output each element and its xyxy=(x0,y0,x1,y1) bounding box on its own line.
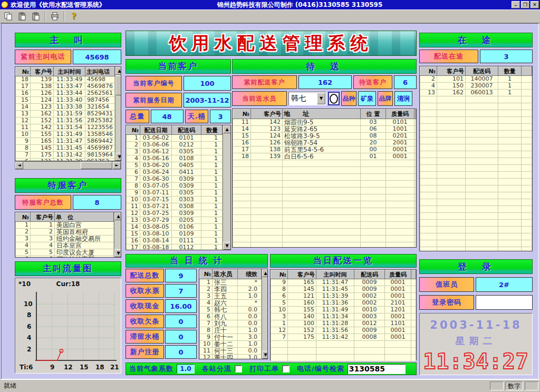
column-header[interactable]: 客户号 xyxy=(437,67,466,76)
station-split-checkbox[interactable] xyxy=(235,365,242,373)
scroll-right-button[interactable] xyxy=(113,162,121,169)
table-row[interactable]: 33纽约金融交易所 xyxy=(16,236,114,242)
table-row[interactable]: 15124松坡路3-9-5080201 xyxy=(233,133,416,140)
scroll-thumb[interactable] xyxy=(115,75,121,95)
minimize-button[interactable] xyxy=(512,1,520,8)
table-row[interactable]: 903-07-1103051 xyxy=(127,190,223,197)
table-row[interactable]: 6佟八0.0 xyxy=(200,313,262,320)
table-row[interactable]: 44日本皇宫 xyxy=(16,242,114,249)
table-row[interactable]: 814511:31:4500090001 xyxy=(271,286,416,293)
table-row[interactable]: 1215211:31:562825382 xyxy=(16,117,115,124)
table-row[interactable]: 1003-07-1503031 xyxy=(127,197,223,203)
column-header[interactable]: 主叫时间 xyxy=(54,67,85,76)
table-row[interactable]: 1612611:33:442562561 xyxy=(16,90,115,97)
table-row[interactable]: 203-06-0602121 xyxy=(127,142,223,149)
table-row[interactable]: 1114211:31:541223556 xyxy=(16,124,115,131)
table-row[interactable]: 5韩七0.0 xyxy=(200,307,262,313)
column-header[interactable]: 位 置 xyxy=(361,110,386,119)
column-header[interactable]: 配送码 xyxy=(466,67,498,76)
close-button[interactable] xyxy=(531,1,539,8)
table-row[interactable]: 1512411:33:40987456 xyxy=(16,97,115,104)
column-header[interactable]: № xyxy=(16,213,31,222)
table-row[interactable]: 814511:31:454569987 xyxy=(16,145,115,152)
chevron-down-icon[interactable] xyxy=(317,93,325,104)
column-header[interactable]: 客户号 xyxy=(31,213,55,222)
table-row[interactable]: 717511:31:429815964 xyxy=(16,152,115,159)
print-icon[interactable] xyxy=(49,11,61,22)
column-header[interactable]: № xyxy=(200,270,213,279)
table-row[interactable]: 16126锦朝路7-54202001 xyxy=(233,140,416,146)
scroll-up-button[interactable] xyxy=(114,212,121,220)
scroll-up-button[interactable] xyxy=(262,269,268,277)
table-row[interactable]: 503-06-2004051 xyxy=(127,162,223,169)
table-row[interactable]: 1713811:33:474569876 xyxy=(16,83,115,90)
table-row[interactable]: 1316211:31:598529431 xyxy=(16,111,115,117)
restore-button[interactable] xyxy=(521,1,529,8)
column-header[interactable]: 质量码 xyxy=(386,110,414,119)
table-row[interactable]: 3王五1.0 xyxy=(200,293,262,300)
search-input[interactable] xyxy=(348,364,406,374)
table-row[interactable]: 14123延安路2-65061001 xyxy=(233,126,416,133)
table-row[interactable]: 314011:31:3400030001 xyxy=(271,313,416,320)
table-row[interactable]: 1303-07-2902051 xyxy=(127,217,223,224)
table-row[interactable]: 717511:31:4200080001 xyxy=(271,334,416,341)
scroll-thumb[interactable] xyxy=(81,162,112,169)
column-header[interactable]: № xyxy=(127,126,140,135)
column-header[interactable]: 质量码 xyxy=(385,270,411,279)
table-row[interactable]: 1813911:33:4945698 xyxy=(16,76,115,83)
password-input[interactable] xyxy=(476,295,533,310)
table-row[interactable]: 11何十三0.0 xyxy=(200,348,262,355)
table-row[interactable]: 1015511:31:491358546 xyxy=(16,131,115,138)
table-row[interactable]: 7刘九0.0 xyxy=(200,320,262,327)
history-vertical-scrollbar[interactable] xyxy=(223,125,231,250)
table-row[interactable]: 1张三* xyxy=(200,279,262,286)
column-header[interactable]: 送水员 xyxy=(213,270,238,279)
column-header[interactable]: 主叫时间 xyxy=(316,270,354,279)
scroll-up-button[interactable] xyxy=(115,67,121,75)
paste-icon[interactable] xyxy=(16,11,28,22)
table-row[interactable]: 303-06-1203051 xyxy=(127,149,223,155)
table-row[interactable]: 1412311:33:38321654 xyxy=(16,104,115,111)
table-row[interactable]: 916511:31:4700090001 xyxy=(271,279,416,286)
column-header[interactable]: 配送日期 xyxy=(140,126,172,135)
table-row[interactable]: 2李四2.0 xyxy=(200,286,262,293)
column-header[interactable]: 数量 xyxy=(498,67,522,76)
table-row[interactable]: 612111:31:3900020001 xyxy=(271,293,416,300)
table-row[interactable]: 55印度议会大厦 xyxy=(16,249,114,256)
table-row[interactable]: 1015511:31:4900101201 xyxy=(271,307,416,313)
print-ticket-checkbox[interactable] xyxy=(282,365,290,373)
scroll-down-button[interactable] xyxy=(262,351,268,359)
column-header[interactable]: № xyxy=(233,110,251,119)
paste-icon[interactable] xyxy=(30,11,42,22)
weather-coef-value[interactable]: 1.0 xyxy=(177,364,195,374)
column-header[interactable]: 客户号 xyxy=(31,67,54,76)
table-row[interactable]: 1203-07-2503091 xyxy=(127,210,223,217)
column-header[interactable]: 配送码 xyxy=(354,270,385,279)
scroll-down-button[interactable] xyxy=(114,249,121,257)
scroll-down-button[interactable] xyxy=(115,153,121,161)
table-row[interactable]: 22英国首相府 xyxy=(16,229,114,236)
table-row[interactable]: 21011400071 xyxy=(420,76,532,83)
help-icon[interactable] xyxy=(68,11,80,22)
table-row[interactable]: 17138前五里54-5-6000001 xyxy=(233,146,416,153)
deliveryman-select[interactable]: 韩七 xyxy=(288,92,326,105)
table-row[interactable]: 9付十一3.0 xyxy=(200,334,262,341)
table-row[interactable]: 603-06-2404111 xyxy=(127,169,223,176)
table-row[interactable]: 1703-08-1801121 xyxy=(127,244,223,251)
table-row[interactable]: 1215211:31:5600090001 xyxy=(271,327,416,334)
table-row[interactable]: 1403-08-0501061 xyxy=(127,224,223,231)
table-row[interactable]: 703-06-3003091 xyxy=(127,176,223,183)
table-row[interactable]: 110011:31:2800121101 xyxy=(271,320,416,327)
column-header[interactable]: 地 址 xyxy=(283,110,361,119)
table-row[interactable]: 66阿拉法特官邸 xyxy=(16,256,114,258)
table-row[interactable]: 11美国白宫 xyxy=(16,222,114,229)
table-row[interactable]: 1103-07-2103081 xyxy=(127,203,223,210)
column-header[interactable]: 绩效 xyxy=(238,270,262,279)
table-row[interactable]: 4赵六* xyxy=(200,300,262,307)
column-header[interactable]: 客户号 xyxy=(288,270,316,279)
table-row[interactable]: 41502300071 xyxy=(420,83,532,90)
column-header[interactable]: 主叫电话 xyxy=(85,67,115,76)
column-header[interactable]: 客户号 xyxy=(251,110,283,119)
table-row[interactable]: 403-06-1601081 xyxy=(127,155,223,162)
column-header[interactable]: 配送码 xyxy=(172,126,201,135)
